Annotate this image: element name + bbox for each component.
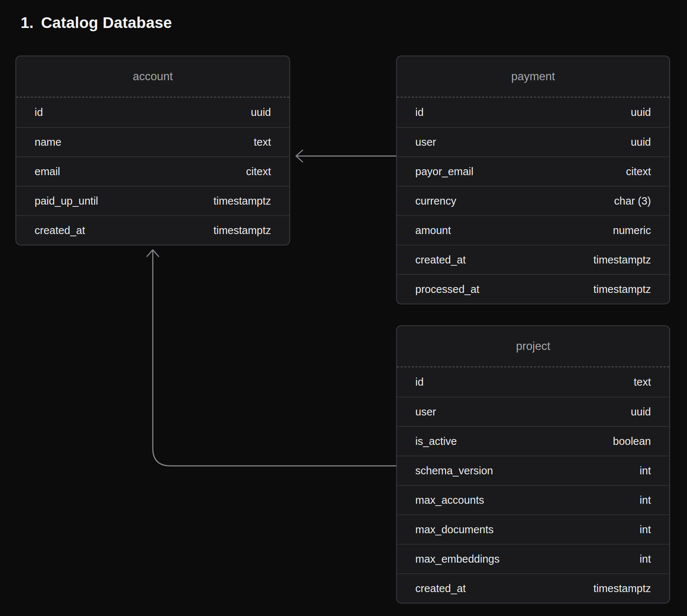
field-type: int [640, 553, 651, 565]
field-row-project-is_active[interactable]: is_activeboolean [397, 426, 669, 456]
field-row-account-paid_up_until[interactable]: paid_up_untiltimestamptz [16, 186, 289, 215]
field-type: timestamptz [214, 224, 271, 237]
field-row-payment-processed_at[interactable]: processed_attimestamptz [397, 274, 669, 304]
field-type: timestamptz [593, 283, 651, 295]
field-type: citext [246, 166, 271, 178]
field-type: text [254, 136, 271, 148]
page-title-text: Catalog Database [41, 14, 172, 32]
field-row-account-id[interactable]: iduuid [16, 98, 289, 127]
field-name: paid_up_until [35, 195, 98, 207]
field-type: timestamptz [593, 583, 651, 595]
field-name: schema_version [415, 465, 493, 477]
field-name: currency [415, 195, 456, 207]
field-row-project-max_accounts[interactable]: max_accountsint [397, 485, 669, 514]
field-name: created_at [415, 254, 466, 266]
field-row-payment-payor_email[interactable]: payor_emailcitext [397, 156, 669, 186]
table-title-account: account [16, 56, 289, 98]
field-type: uuid [631, 106, 651, 118]
arrowhead-project-to-account [147, 250, 159, 256]
field-type: int [640, 494, 651, 506]
table-node-payment[interactable]: paymentiduuiduseruuidpayor_emailcitextcu… [396, 56, 670, 304]
field-type: uuid [631, 406, 651, 418]
field-row-payment-currency[interactable]: currencychar (3) [397, 186, 669, 215]
page-title: 1. Catalog Database [21, 14, 172, 32]
table-title-project: project [397, 326, 669, 367]
field-name: is_active [415, 435, 457, 447]
field-row-project-created_at[interactable]: created_attimestamptz [397, 573, 669, 603]
field-type: boolean [613, 435, 651, 447]
field-row-account-name[interactable]: nametext [16, 127, 289, 156]
field-row-project-schema_version[interactable]: schema_versionint [397, 456, 669, 485]
field-type: uuid [631, 136, 651, 148]
field-row-project-user[interactable]: useruuid [397, 397, 669, 426]
table-node-project[interactable]: projectidtextuseruuidis_activebooleansch… [396, 325, 670, 603]
field-name: id [415, 106, 424, 118]
field-row-account-created_at[interactable]: created_attimestamptz [16, 215, 289, 245]
field-row-payment-user[interactable]: useruuid [397, 127, 669, 156]
field-row-payment-id[interactable]: iduuid [397, 98, 669, 127]
diagram-canvas: 1. Catalog Database accountiduuidnametex… [0, 0, 687, 616]
field-name: created_at [415, 583, 466, 595]
field-name: created_at [35, 224, 85, 237]
field-type: numeric [613, 224, 651, 237]
field-name: max_accounts [415, 494, 484, 506]
field-row-project-id[interactable]: idtext [397, 367, 669, 397]
field-type: char (3) [614, 195, 651, 207]
field-type: timestamptz [593, 254, 651, 266]
field-type: text [634, 376, 651, 388]
field-name: name [35, 136, 61, 148]
field-type: timestamptz [214, 195, 271, 207]
field-type: int [640, 524, 651, 536]
field-name: processed_at [415, 283, 479, 295]
field-name: amount [415, 224, 451, 237]
connector-project-to-account [153, 250, 396, 466]
page-title-marker: 1. [21, 14, 34, 32]
field-row-project-max_documents[interactable]: max_documentsint [397, 514, 669, 544]
field-name: id [35, 106, 43, 118]
field-name: max_documents [415, 524, 494, 536]
field-name: id [415, 376, 424, 388]
field-name: payor_email [415, 166, 473, 178]
field-name: max_embeddings [415, 553, 500, 565]
field-row-payment-amount[interactable]: amountnumeric [397, 215, 669, 245]
field-type: citext [626, 166, 651, 178]
field-name: user [415, 406, 436, 418]
field-name: email [35, 166, 60, 178]
arrowhead-payment-to-account [296, 150, 303, 162]
table-node-account[interactable]: accountiduuidnametextemailcitextpaid_up_… [15, 56, 290, 245]
field-type: uuid [251, 106, 271, 118]
field-name: user [415, 136, 436, 148]
field-row-payment-created_at[interactable]: created_attimestamptz [397, 245, 669, 274]
field-row-account-email[interactable]: emailcitext [16, 156, 289, 186]
table-title-payment: payment [397, 56, 669, 98]
field-row-project-max_embeddings[interactable]: max_embeddingsint [397, 544, 669, 573]
field-type: int [640, 465, 651, 477]
